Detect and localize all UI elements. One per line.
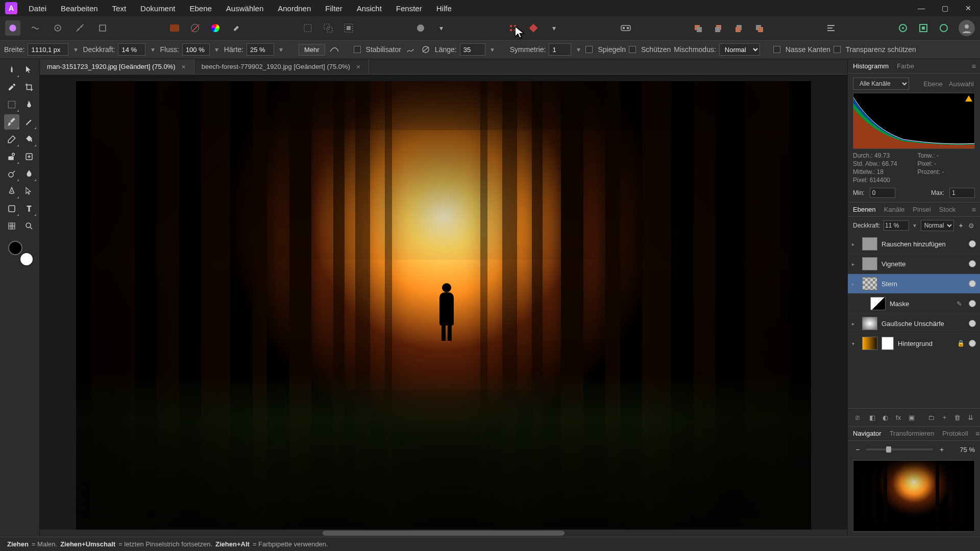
tab-layers[interactable]: Ebenen bbox=[852, 204, 877, 215]
account-avatar-icon[interactable] bbox=[959, 20, 975, 36]
dodge-tool[interactable] bbox=[4, 166, 19, 182]
tab-stock[interactable]: Stock bbox=[938, 204, 957, 215]
delete-layer-icon[interactable]: 🗑 bbox=[952, 412, 963, 423]
visibility-toggle[interactable] bbox=[969, 260, 976, 267]
zoom-slider[interactable] bbox=[866, 448, 933, 450]
dropdown-icon[interactable]: ▾ bbox=[488, 45, 497, 54]
clone-tool[interactable] bbox=[4, 149, 19, 164]
swatch-color-icon[interactable] bbox=[208, 20, 223, 36]
menu-edit[interactable]: Bearbeiten bbox=[55, 2, 104, 15]
add-layer-icon[interactable]: ＋ bbox=[939, 412, 950, 423]
length-input[interactable] bbox=[460, 43, 485, 56]
mask-layer-icon[interactable]: ◧ bbox=[867, 412, 877, 423]
edit-all-layers-icon[interactable]: ⎚ bbox=[852, 412, 863, 423]
quickmask-icon[interactable] bbox=[413, 20, 428, 36]
panel-menu-icon[interactable]: ≡ bbox=[972, 62, 976, 70]
zoom-out-button[interactable]: − bbox=[853, 445, 862, 454]
dropdown-icon[interactable]: ▾ bbox=[213, 45, 221, 54]
hardness-input[interactable] bbox=[247, 43, 274, 56]
menu-select[interactable]: Auswählen bbox=[220, 2, 270, 15]
dropdown-icon[interactable]: ▾ bbox=[71, 45, 80, 54]
menu-help[interactable]: Hilfe bbox=[430, 2, 458, 15]
menu-window[interactable]: Fenster bbox=[390, 2, 428, 15]
view-tool[interactable] bbox=[4, 62, 19, 78]
swatch-foreground-icon[interactable] bbox=[167, 20, 182, 36]
snapping-menu-icon[interactable] bbox=[526, 20, 541, 36]
symmetry-input[interactable] bbox=[549, 43, 571, 56]
smudge-tool[interactable] bbox=[21, 166, 37, 182]
doc-tab-1[interactable]: man-3151723_1920.jpg [Geändert] (75.0%) … bbox=[40, 59, 194, 74]
edit-mask-icon[interactable]: ✎ bbox=[953, 298, 965, 309]
erase-tool[interactable] bbox=[4, 132, 19, 147]
persona-photo[interactable] bbox=[5, 20, 20, 36]
target-layer-icon[interactable] bbox=[895, 20, 911, 36]
tab-history[interactable]: Protokoll bbox=[941, 428, 969, 439]
text-tool[interactable] bbox=[21, 201, 37, 216]
insert-behind-icon[interactable] bbox=[936, 20, 951, 36]
layer-row[interactable]: ▸Vignette bbox=[848, 254, 980, 274]
width-input[interactable] bbox=[28, 43, 68, 56]
layer-row[interactable]: Maske✎ bbox=[848, 294, 980, 314]
menu-layer[interactable]: Ebene bbox=[183, 2, 217, 15]
pen-tool[interactable] bbox=[4, 184, 19, 199]
layer-fx-icon[interactable]: ✦ bbox=[957, 220, 965, 231]
expand-icon[interactable]: ▸ bbox=[852, 241, 858, 247]
tab-transform[interactable]: Transformieren bbox=[889, 428, 936, 439]
menu-text[interactable]: Text bbox=[106, 2, 133, 15]
mirror-checkbox[interactable] bbox=[585, 46, 593, 53]
align-icon[interactable] bbox=[823, 20, 839, 36]
dropdown-icon[interactable]: ▾ bbox=[277, 45, 285, 54]
visibility-toggle[interactable] bbox=[969, 300, 976, 307]
protect-checkbox[interactable] bbox=[629, 46, 636, 53]
pixel-tool[interactable] bbox=[21, 114, 37, 130]
close-icon[interactable]: × bbox=[181, 63, 187, 71]
persona-liquify[interactable] bbox=[28, 20, 43, 36]
selection-brush-tool[interactable] bbox=[4, 97, 19, 112]
tab-channels[interactable]: Kanäle bbox=[883, 204, 905, 215]
pressure-size-icon[interactable] bbox=[328, 43, 340, 56]
histo-scope-selection[interactable]: Auswahl bbox=[948, 78, 975, 90]
merge-icon[interactable]: ⇊ bbox=[965, 412, 976, 423]
panel-menu-icon[interactable]: ≡ bbox=[972, 206, 976, 214]
fill-tool[interactable] bbox=[21, 132, 37, 147]
doc-tab-2[interactable]: beech-forest-779902_1920.jpg [Geändert] … bbox=[194, 59, 369, 74]
zoom-in-button[interactable]: + bbox=[937, 445, 946, 454]
navigator-thumbnail[interactable] bbox=[853, 460, 975, 532]
menu-view[interactable]: Ansicht bbox=[351, 2, 388, 15]
fx-icon[interactable]: fx bbox=[893, 412, 903, 423]
dropdown-icon[interactable]: ▾ bbox=[574, 45, 582, 54]
blend-select[interactable]: Normal bbox=[719, 43, 760, 56]
move-front-icon[interactable] bbox=[751, 20, 767, 36]
insert-inside-icon[interactable] bbox=[916, 20, 931, 36]
close-icon[interactable]: × bbox=[355, 63, 361, 71]
tab-brushes[interactable]: Pinsel bbox=[912, 204, 932, 215]
expand-icon[interactable]: ▸ bbox=[852, 281, 858, 287]
menu-arrange[interactable]: Anordnen bbox=[272, 2, 317, 15]
visibility-toggle[interactable] bbox=[969, 340, 976, 347]
flood-select-tool[interactable] bbox=[21, 97, 37, 112]
layer-row[interactable]: ▸Gaußsche Unschärfe bbox=[848, 314, 980, 334]
select-sub-icon[interactable] bbox=[341, 20, 356, 36]
tab-histogram[interactable]: Histogramm bbox=[852, 60, 890, 72]
adjustment-icon[interactable]: ◐ bbox=[880, 412, 891, 423]
persona-export[interactable] bbox=[95, 20, 110, 36]
dropdown-icon[interactable]: ▾ bbox=[912, 222, 918, 229]
max-input[interactable] bbox=[949, 188, 975, 198]
move-forward-icon[interactable] bbox=[731, 20, 746, 36]
menu-document[interactable]: Dokument bbox=[134, 2, 181, 15]
horizontal-scrollbar[interactable] bbox=[40, 530, 847, 537]
tab-navigator[interactable]: Navigator bbox=[852, 428, 883, 439]
group-icon[interactable]: 🗀 bbox=[926, 412, 937, 423]
expand-icon[interactable]: ▸ bbox=[852, 321, 858, 327]
close-button[interactable]: ✕ bbox=[957, 0, 980, 16]
channel-select[interactable]: Alle Kanäle bbox=[853, 78, 909, 90]
menu-filter[interactable]: Filter bbox=[319, 2, 348, 15]
move-tool[interactable] bbox=[21, 62, 37, 78]
opacity-input[interactable] bbox=[118, 43, 145, 56]
flow-input[interactable] bbox=[182, 43, 210, 56]
crop-to-canvas-icon[interactable]: ▣ bbox=[906, 412, 917, 423]
move-backward-icon[interactable] bbox=[710, 20, 726, 36]
visibility-toggle[interactable] bbox=[969, 280, 976, 287]
layer-cog-icon[interactable]: ⚙ bbox=[967, 220, 975, 231]
expand-icon[interactable]: ▸ bbox=[852, 261, 858, 267]
